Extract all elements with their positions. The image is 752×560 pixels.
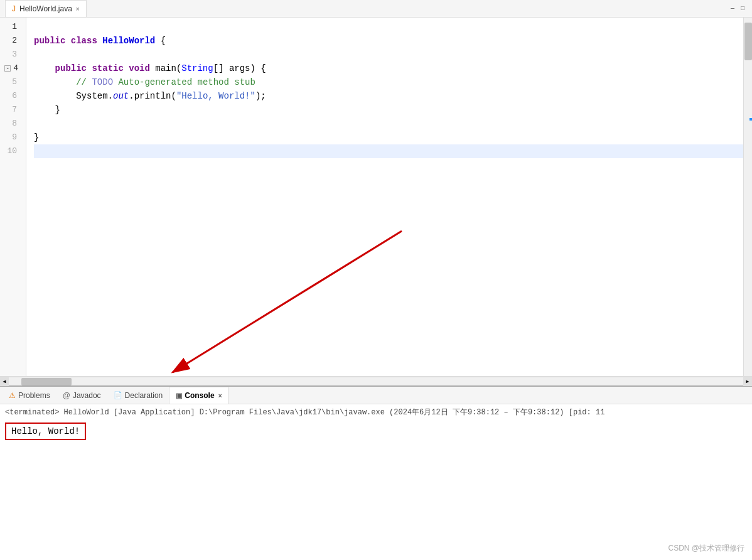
tab-problems[interactable]: ⚠ Problems [3, 387, 56, 404]
code-line-6: System.out.println("Hello, World!"); [34, 89, 743, 103]
scroll-right-button[interactable]: ▶ [743, 377, 752, 386]
tab-problems-label: Problems [18, 391, 50, 400]
line-numbers: 1 2 3 -4 5 6 7 8 9 10 [0, 18, 26, 376]
editor-area: 1 2 3 -4 5 6 7 8 9 10 public class Hello… [0, 18, 752, 377]
line-num-8: 8 [0, 117, 21, 131]
tab-close-icon[interactable]: × [76, 6, 80, 13]
window-controls: — □ [728, 4, 747, 13]
code-line-8 [34, 117, 743, 131]
line-num-6: 6 [0, 89, 21, 103]
code-line-5: // TODO Auto-generated method stub [34, 75, 743, 89]
comment-todo: // [76, 75, 92, 89]
param-args: args) { [229, 62, 266, 75]
keyword-void: void [129, 62, 155, 75]
classname-helloworld: HelloWorld [102, 34, 160, 48]
horizontal-scrollbar[interactable]: ◀ ▶ [0, 377, 752, 385]
scroll-thumb[interactable] [21, 378, 72, 385]
field-out: out [113, 89, 129, 103]
line-num-7: 7 [0, 103, 21, 117]
javadoc-icon: @ [63, 391, 70, 400]
code-line-4: public static void main(String[] args) { [34, 62, 743, 75]
maximize-button[interactable]: □ [738, 4, 747, 13]
tab-declaration[interactable]: 📄 Declaration [107, 387, 169, 404]
line-num-1: 1 [0, 20, 21, 34]
scroll-left-button[interactable]: ◀ [0, 377, 9, 386]
line-num-4: -4 [0, 62, 21, 75]
code-line-9: } [34, 131, 743, 144]
keyword-public2: public [55, 62, 92, 75]
code-line-7: } [34, 103, 743, 117]
code-editor[interactable]: public class HelloWorld { public static … [26, 18, 743, 376]
bottom-panel: ⚠ Problems @ Javadoc 📄 Declaration ▣ Con… [0, 385, 752, 560]
keyword-public: public [34, 34, 71, 48]
problems-icon: ⚠ [9, 391, 16, 400]
line-num-5: 5 [0, 75, 21, 89]
scroll-indicator [749, 118, 752, 121]
tab-console-label: Console [185, 391, 214, 400]
vertical-scrollbar[interactable] [743, 18, 752, 376]
watermark: CSDN @技术管理修行 [668, 543, 744, 554]
editor-tab[interactable]: J HelloWorld.java × [5, 0, 87, 17]
fold-icon-4[interactable]: - [4, 65, 11, 72]
comment-text: Auto-generated method stub [118, 75, 255, 89]
tab-declaration-label: Declaration [125, 391, 163, 400]
method-name: main( [155, 62, 181, 75]
tab-javadoc-label: Javadoc [73, 391, 101, 400]
console-panel: <terminated> HelloWorld [Java Applicatio… [0, 404, 752, 560]
keyword-static: static [92, 62, 129, 75]
console-tab-close-icon[interactable]: × [218, 392, 222, 399]
declaration-icon: 📄 [114, 391, 122, 399]
todo-label: TODO [92, 75, 118, 89]
code-line-10 [34, 144, 743, 158]
scroll-track[interactable] [9, 377, 743, 386]
console-icon: ▣ [176, 392, 182, 400]
console-output: Hello, World! [5, 423, 86, 440]
line-num-3: 3 [0, 48, 21, 62]
console-header: <terminated> HelloWorld [Java Applicatio… [5, 407, 747, 417]
scrollbar-thumb[interactable] [744, 23, 752, 60]
tab-javadoc[interactable]: @ Javadoc [56, 387, 107, 404]
type-string: String [181, 62, 213, 75]
line-num-2: 2 [0, 34, 21, 48]
line-num-9: 9 [0, 131, 21, 144]
line-num-10: 10 [0, 144, 21, 158]
keyword-class: class [71, 34, 102, 48]
code-line-1 [34, 20, 743, 34]
code-line-3 [34, 48, 743, 62]
string-hello: "Hello, World!" [176, 89, 255, 103]
tab-label: HelloWorld.java [19, 4, 72, 13]
minimize-button[interactable]: — [728, 4, 737, 13]
java-file-icon: J [12, 4, 16, 13]
panel-tab-bar: ⚠ Problems @ Javadoc 📄 Declaration ▣ Con… [0, 387, 752, 404]
tab-console[interactable]: ▣ Console × [169, 387, 228, 404]
code-line-2: public class HelloWorld { [34, 34, 743, 48]
title-bar: J HelloWorld.java × — □ [0, 0, 752, 18]
